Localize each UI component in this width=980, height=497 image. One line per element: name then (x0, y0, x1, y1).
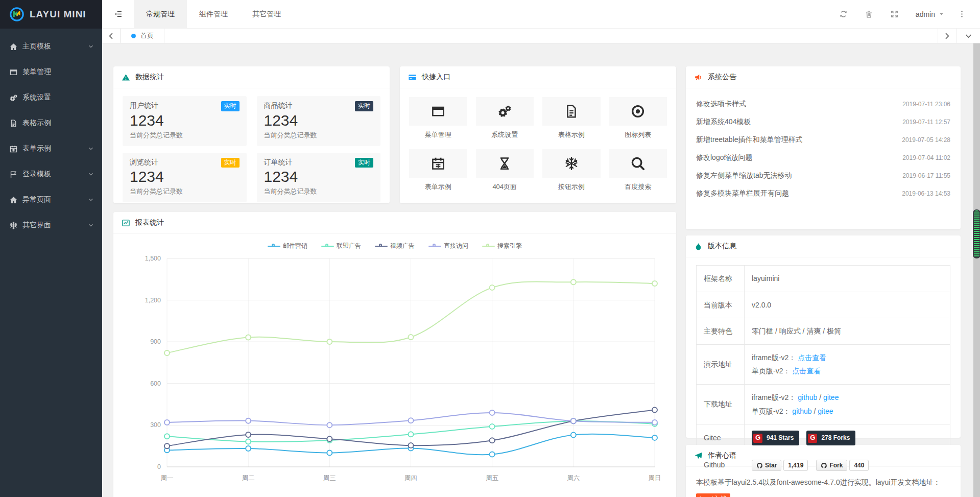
version-row-label: 主要特色 (697, 318, 745, 345)
gitee-badge[interactable]: G278 Forks (806, 431, 855, 445)
file-text-icon (9, 119, 18, 128)
stat-box: 浏览统计实时1234当前分类总记录数 (123, 153, 247, 203)
github-star-button[interactable]: Star1,419 (752, 460, 808, 471)
sidebar-item-4[interactable]: 表格示例 (0, 110, 102, 136)
author-note-line1: 本模板基于layui2.5.4以及font-awesome-4.7.0进行实现。… (696, 478, 940, 486)
sidebar-item-2[interactable]: 菜单管理 (0, 59, 102, 85)
github-fork-button[interactable]: Fork440 (816, 460, 869, 471)
sidebar-item-label: 表格示例 (22, 119, 51, 128)
fullscreen-button[interactable] (882, 0, 907, 28)
layui-docs-badge[interactable]: layui文档 (696, 493, 730, 497)
version-row: 主要特色零门槛 / 响应式 / 清爽 / 极简 (697, 318, 950, 345)
sidebar-item-label: 其它界面 (22, 221, 51, 230)
admin-dropdown[interactable]: admin (907, 0, 952, 28)
quick-entry-百度搜索[interactable]: 百度搜索 (609, 149, 667, 192)
version-link[interactable]: gitee (818, 407, 833, 415)
clear-cache-button[interactable] (856, 0, 882, 28)
version-link[interactable]: 点击查看 (798, 353, 826, 362)
tab-home[interactable]: 首页 (121, 29, 164, 43)
paper-plane-icon (694, 452, 703, 460)
svg-text:600: 600 (150, 380, 161, 387)
gitee-badge-label: 278 Forks (817, 432, 854, 444)
octocat-icon (821, 462, 827, 469)
sidebar-item-1[interactable]: 主页模板 (0, 34, 102, 59)
quick-entry-card: 快捷入口 菜单管理系统设置表格示例图标列表表单示例404页面按钮示例百度搜索 (400, 66, 676, 203)
quick-entry-label: 表单示例 (409, 182, 467, 192)
calendar-icon (431, 156, 446, 171)
data-stats-card: 数据统计 用户统计实时1234当前分类总记录数商品统计实时1234当前分类总记录… (113, 66, 390, 203)
sidebar-item-label: 系统设置 (22, 93, 51, 102)
version-link[interactable]: github (792, 407, 811, 415)
data-stats-card-header: 数据统计 (113, 66, 390, 88)
legend-label: 联盟广告 (337, 242, 361, 250)
quick-entry-label: 表格示例 (542, 130, 601, 139)
content-area: 数据统计 用户统计实时1234当前分类总记录数商品统计实时1234当前分类总记录… (102, 43, 980, 497)
quick-entry-表格示例[interactable]: 表格示例 (542, 97, 601, 139)
announcement-row[interactable]: 新增treetable插件和菜单管理样式2019-07-05 14:28 (696, 131, 950, 149)
announcements-card-title: 系统公告 (708, 73, 736, 82)
version-link[interactable]: gitee (823, 393, 839, 401)
report-chart-card: 报表统计 邮件营销联盟广告视频广告直接访问搜索引擎 03006009001,20… (113, 212, 676, 497)
svg-text:周一: 周一 (161, 475, 174, 482)
tabs-menu-button[interactable] (956, 29, 980, 43)
github-count: 1,419 (783, 460, 808, 471)
sidebar-item-6[interactable]: 登录模板 (0, 161, 102, 187)
sidebar-item-label: 异常页面 (22, 195, 51, 204)
announcement-row[interactable]: 修改logo缩放问题2019-07-04 11:02 (696, 149, 950, 167)
scrollbar-thumb[interactable] (973, 209, 980, 258)
sidebar-item-5[interactable]: 表单示例 (0, 136, 102, 161)
announcement-row[interactable]: 新增系统404模板2019-07-11 12:57 (696, 113, 950, 131)
quick-entry-按钮示例[interactable]: 按钮示例 (542, 149, 601, 192)
version-row-value: layuimini (745, 266, 950, 292)
sidebar-item-7[interactable]: 异常页面 (0, 187, 102, 212)
announcement-row[interactable]: 修改选项卡样式2019-07-11 23:06 (696, 95, 950, 113)
quick-entry-系统设置[interactable]: 系统设置 (476, 97, 534, 139)
gitee-badge[interactable]: G941 Stars (752, 431, 799, 445)
tabs-scroll-left-button[interactable] (102, 29, 121, 43)
version-info-card-title: 版本信息 (708, 242, 736, 251)
quick-entry-菜单管理[interactable]: 菜单管理 (409, 97, 467, 139)
dot-circle-icon (630, 104, 646, 119)
announcement-row[interactable]: 修复多模块菜单栏展开有问题2019-06-13 14:53 (696, 184, 950, 202)
legend-item-视频广告[interactable]: 视频广告 (375, 242, 415, 250)
top-nav-item-2[interactable]: 组件管理 (187, 0, 240, 28)
calendar-icon (9, 145, 18, 153)
collapse-sidebar-button[interactable] (102, 0, 134, 28)
gears-icon (9, 93, 18, 102)
snowflake-icon (9, 221, 18, 230)
hourglass-icon (497, 156, 512, 171)
logo[interactable]: LAYUI MINI (0, 0, 102, 29)
legend-item-邮件营销[interactable]: 邮件营销 (268, 242, 307, 250)
top-nav: 常规管理组件管理其它管理 (134, 0, 293, 28)
sidebar-item-3[interactable]: 系统设置 (0, 85, 102, 110)
version-link[interactable]: 点击查看 (792, 367, 821, 375)
refresh-button[interactable] (831, 0, 856, 28)
sidebar-item-label: 主页模板 (22, 42, 51, 51)
more-menu-button[interactable] (952, 0, 971, 28)
legend-item-联盟广告[interactable]: 联盟广告 (321, 242, 361, 250)
home-icon (9, 42, 18, 51)
trash-icon (865, 10, 873, 18)
admin-username: admin (916, 10, 935, 18)
quick-entry-表单示例[interactable]: 表单示例 (409, 149, 467, 192)
quick-entry-tile (476, 97, 534, 126)
quick-entry-图标列表[interactable]: 图标列表 (609, 97, 667, 139)
quick-entry-404页面[interactable]: 404页面 (476, 149, 534, 192)
sidebar-item-8[interactable]: 其它界面 (0, 212, 102, 238)
announcement-title: 新增treetable插件和菜单管理样式 (696, 135, 802, 145)
top-nav-item-3[interactable]: 其它管理 (240, 0, 293, 28)
top-nav-item-1[interactable]: 常规管理 (134, 0, 187, 28)
quick-entry-card-title: 快捷入口 (422, 73, 450, 82)
legend-item-直接访问[interactable]: 直接访问 (428, 242, 468, 250)
announcement-title: 修改logo缩放问题 (696, 153, 752, 162)
tabs-scroll-right-button[interactable] (938, 29, 956, 43)
left-column: 数据统计 用户统计实时1234当前分类总记录数商品统计实时1234当前分类总记录… (113, 66, 676, 497)
legend-marker (428, 244, 441, 249)
version-link[interactable]: github (798, 393, 817, 401)
version-row-label: 下载地址 (697, 384, 745, 424)
legend-item-搜索引擎[interactable]: 搜索引擎 (482, 242, 522, 250)
quick-entry-label: 图标列表 (609, 130, 667, 139)
stat-title: 订单统计 (264, 158, 293, 167)
flag-icon (9, 170, 18, 179)
announcement-row[interactable]: 修复左侧菜单缩放tab无法移动2019-06-17 11:55 (696, 167, 950, 184)
